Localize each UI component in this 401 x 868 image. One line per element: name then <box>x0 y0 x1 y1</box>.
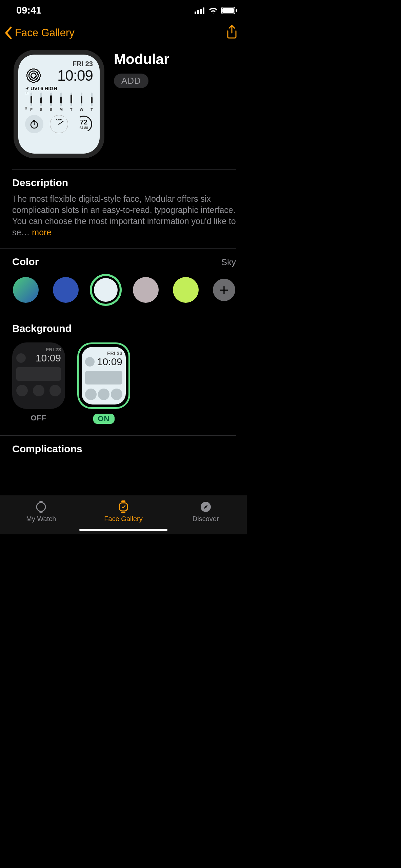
color-swatch-mauve[interactable] <box>133 277 159 303</box>
complications-section: Complications <box>0 436 247 458</box>
back-button[interactable]: Face Gallery <box>3 26 75 40</box>
background-option-off[interactable]: FRI 23 10:09 OFF <box>12 342 65 424</box>
section-title-color: Color <box>12 256 39 268</box>
status-bar: 09:41 <box>0 0 247 19</box>
share-button[interactable] <box>226 25 238 41</box>
tab-label-discover: Discover <box>193 515 219 523</box>
battery-icon <box>221 7 237 14</box>
tab-my-watch[interactable]: My Watch <box>0 501 82 523</box>
background-section: Background FRI 23 10:09 OFF FR <box>0 315 247 435</box>
svg-rect-0 <box>195 12 196 14</box>
svg-rect-3 <box>203 7 204 14</box>
color-swatch-lime[interactable] <box>173 277 199 303</box>
svg-rect-10 <box>39 511 43 513</box>
color-add-button[interactable]: + <box>213 279 235 301</box>
share-icon <box>226 25 238 40</box>
svg-rect-12 <box>121 500 125 502</box>
tab-label-face-gallery: Face Gallery <box>104 515 142 523</box>
face-title: Modular <box>114 51 169 67</box>
description-section: Description The most flexible digital-st… <box>0 170 247 248</box>
svg-rect-13 <box>121 512 125 513</box>
tab-label-my-watch: My Watch <box>26 515 56 523</box>
wifi-icon <box>208 7 218 14</box>
color-swatch-blue[interactable] <box>53 277 79 303</box>
status-time: 09:41 <box>16 5 41 16</box>
background-label-on: ON <box>93 414 115 424</box>
weather-complication: 72 64 88 <box>75 115 93 133</box>
section-title-description: Description <box>12 177 236 189</box>
chevron-left-icon <box>3 26 14 40</box>
watch-face-preview[interactable]: FRI 23 10:09 UVI 6 HIGH 11 0 F S S M <box>14 50 104 158</box>
uv-complication: UVI 6 HIGH <box>25 85 93 91</box>
section-title-background: Background <box>12 323 236 334</box>
uv-level: HIGH <box>45 85 58 91</box>
svg-point-8 <box>37 502 45 511</box>
status-indicators <box>195 7 237 14</box>
cellular-icon <box>195 7 205 14</box>
svg-rect-5 <box>222 8 234 13</box>
svg-rect-2 <box>200 9 202 14</box>
back-label: Face Gallery <box>15 27 75 39</box>
add-button[interactable]: ADD <box>114 74 148 88</box>
svg-rect-1 <box>197 10 199 14</box>
tab-face-gallery[interactable]: Face Gallery <box>82 501 165 523</box>
location-icon <box>25 86 29 91</box>
svg-rect-6 <box>236 9 237 12</box>
more-button[interactable]: more <box>32 228 51 237</box>
compass-complication <box>50 115 68 133</box>
background-label-off: OFF <box>31 414 47 422</box>
tab-bar: My Watch Face Gallery Discover <box>0 495 247 534</box>
color-swatch-row: + <box>12 274 236 305</box>
uv-chart: F S S M T W T <box>30 93 93 112</box>
background-option-on[interactable]: FRI 23 10:09 ON <box>77 342 130 424</box>
activity-rings-icon <box>25 67 42 84</box>
color-swatch-sky[interactable] <box>90 274 122 306</box>
preview-time: 10:09 <box>57 67 93 84</box>
watch-face-icon <box>118 500 128 514</box>
plus-icon: + <box>220 281 229 299</box>
watch-icon <box>35 501 47 513</box>
color-swatch-gradient-teal[interactable] <box>13 277 39 303</box>
uv-value: UVI 6 <box>31 85 43 91</box>
timer-complication <box>25 115 43 133</box>
color-section: Color Sky + <box>0 249 247 315</box>
preview-date: FRI 23 <box>25 60 93 68</box>
section-title-complications: Complications <box>12 443 236 455</box>
svg-rect-9 <box>39 501 43 503</box>
home-indicator[interactable] <box>79 529 167 531</box>
watch-screen: FRI 23 10:09 UVI 6 HIGH 11 0 F S S M <box>18 55 100 154</box>
compass-icon <box>200 501 212 513</box>
chart-scale: 11 0 <box>25 91 29 110</box>
tab-discover[interactable]: Discover <box>164 501 247 523</box>
color-current-value: Sky <box>221 257 236 268</box>
hero-row: FRI 23 10:09 UVI 6 HIGH 11 0 F S S M <box>0 44 247 169</box>
nav-bar: Face Gallery <box>0 19 247 44</box>
